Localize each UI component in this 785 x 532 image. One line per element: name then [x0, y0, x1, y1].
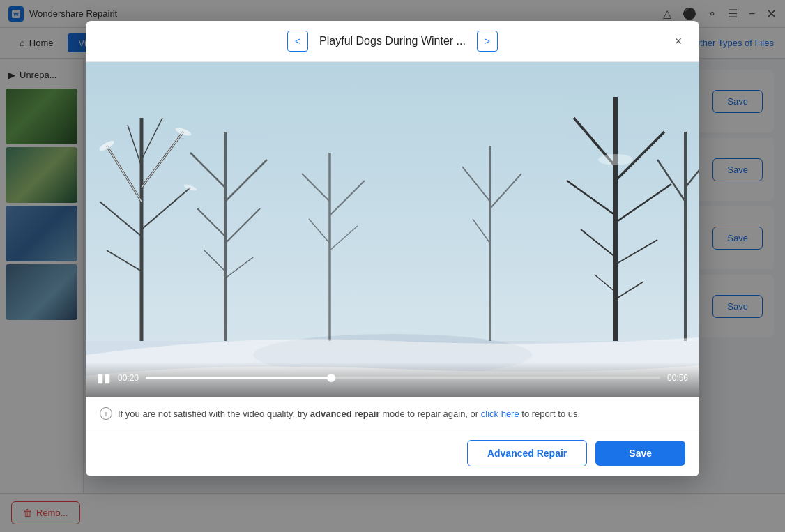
- info-bar: i If you are not satisfied with the vide…: [86, 397, 699, 430]
- svg-point-32: [598, 154, 633, 165]
- modal-footer: Advanced Repair Save: [86, 430, 699, 476]
- modal-header: < Playful Dogs During Winter ... > ×: [86, 21, 699, 62]
- duration: 00:56: [667, 373, 688, 383]
- save-modal-button[interactable]: Save: [595, 441, 685, 466]
- progress-fill: [146, 377, 331, 379]
- modal-title: Playful Dogs During Winter ...: [319, 35, 466, 47]
- next-button[interactable]: >: [477, 31, 498, 52]
- video-player[interactable]: ▮▮ 00:20 00:56: [86, 62, 699, 397]
- info-icon: i: [100, 407, 112, 420]
- modal-overlay: < Playful Dogs During Winter ... > ×: [0, 0, 785, 532]
- video-controls: ▮▮ 00:20 00:56: [86, 362, 699, 397]
- click-here-link[interactable]: click here: [481, 409, 519, 419]
- pause-button[interactable]: ▮▮: [97, 370, 111, 386]
- modal-close-button[interactable]: ×: [669, 31, 688, 51]
- info-message: If you are not satisfied with the video …: [118, 409, 580, 419]
- prev-button[interactable]: <: [287, 31, 308, 52]
- controls-row: ▮▮ 00:20 00:56: [97, 370, 688, 386]
- progress-thumb[interactable]: [327, 374, 335, 382]
- advanced-repair-button[interactable]: Advanced Repair: [467, 440, 587, 466]
- progress-bar[interactable]: [146, 377, 660, 379]
- current-time: 00:20: [118, 373, 139, 383]
- preview-modal: < Playful Dogs During Winter ... > ×: [86, 21, 699, 476]
